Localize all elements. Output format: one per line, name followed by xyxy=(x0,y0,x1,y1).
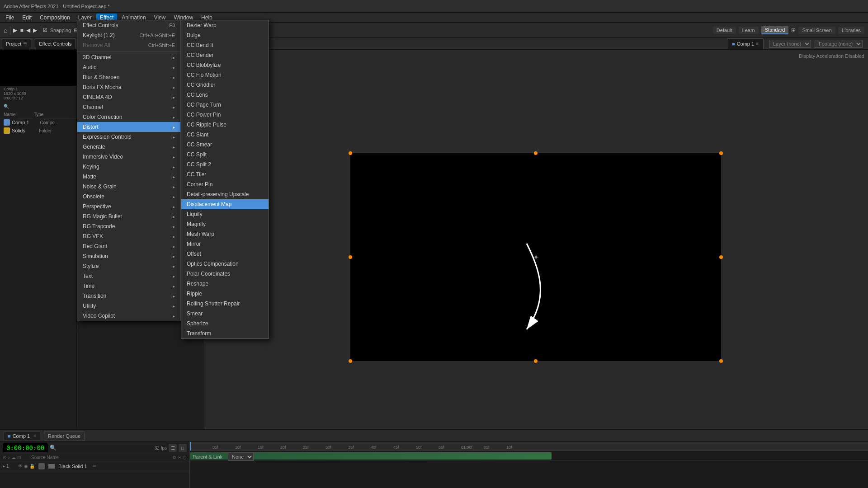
distort-cc-slant[interactable]: CC Slant xyxy=(181,130,269,140)
menu-stylize[interactable]: Stylize ▸ xyxy=(77,261,180,271)
distort-cc-griddler[interactable]: CC Griddler xyxy=(181,80,269,90)
ws-grid[interactable]: ⊞ xyxy=(791,27,796,33)
distort-ripple[interactable]: Ripple xyxy=(181,289,269,299)
menu-red-giant[interactable]: Red Giant ▸ xyxy=(77,241,180,251)
menu-composition[interactable]: Composition xyxy=(36,14,74,22)
home-icon[interactable]: ⌂ xyxy=(4,27,7,34)
step-fwd-btn[interactable]: ▶ xyxy=(33,27,37,33)
menu-keying[interactable]: Keying ▸ xyxy=(77,162,180,172)
menu-obsolete[interactable]: Obsolete ▸ xyxy=(77,192,180,202)
layer-dropdown[interactable]: Layer (none) xyxy=(769,40,811,48)
menu-cinema4d[interactable]: CINEMA 4D ▸ xyxy=(77,92,180,102)
tl-timecode[interactable]: 0:00:00:00 xyxy=(3,443,48,452)
menu-expression-controls[interactable]: Expression Controls ▸ xyxy=(77,132,180,142)
distort-mirror[interactable]: Mirror xyxy=(181,239,269,249)
distort-rolling-shutter-repair[interactable]: Rolling Shutter Repair xyxy=(181,299,269,309)
distort-optics-compensation[interactable]: Optics Compensation xyxy=(181,259,269,269)
tl-shy-btn[interactable]: □ xyxy=(179,444,187,452)
distort-cc-tiler[interactable]: CC Tiler xyxy=(181,169,269,179)
distort-offset[interactable]: Offset xyxy=(181,249,269,259)
distort-cc-bender[interactable]: CC Bender xyxy=(181,50,269,60)
menu-rg-magic-bullet[interactable]: RG Magic Bullet ▸ xyxy=(77,211,180,221)
parent-dropdown[interactable]: None xyxy=(228,453,254,461)
handle-tm[interactable] xyxy=(534,151,538,155)
layer-edit-icon[interactable]: ✏ xyxy=(93,464,96,469)
distort-cc-flo-motion[interactable]: CC Flo Motion xyxy=(181,70,269,80)
menu-color-correction[interactable]: Color Correction ▸ xyxy=(77,112,180,122)
menu-time[interactable]: Time ▸ xyxy=(77,281,180,291)
project-tab[interactable]: Project ☰ xyxy=(2,38,31,49)
distort-polar-coordinates[interactable]: Polar Coordinates xyxy=(181,269,269,279)
distort-detail-preserving[interactable]: Detail-preserving Upscale xyxy=(181,189,269,199)
distort-bulge[interactable]: Bulge xyxy=(181,30,269,40)
distort-corner-pin[interactable]: Corner Pin xyxy=(181,179,269,189)
ws-learn[interactable]: Learn xyxy=(739,27,759,34)
menu-3d-channel[interactable]: 3D Channel ▸ xyxy=(77,52,180,62)
project-item-solids[interactable]: Solids Folder xyxy=(0,127,76,135)
menu-blur-sharpen[interactable]: Blur & Sharpen ▸ xyxy=(77,72,180,82)
menu-generate[interactable]: Generate ▸ xyxy=(77,142,180,152)
distort-cc-ripple-pulse[interactable]: CC Ripple Pulse xyxy=(181,120,269,130)
step-back-btn[interactable]: ◀ xyxy=(26,27,30,33)
menu-perspective[interactable]: Perspective ▸ xyxy=(77,202,180,211)
snapping-checkbox[interactable]: ☑ xyxy=(43,27,47,33)
distort-cc-blobbylize[interactable]: CC Blobbylize xyxy=(181,60,269,70)
render-queue-tab[interactable]: Render Queue xyxy=(44,431,85,441)
distort-smear[interactable]: Smear xyxy=(181,309,269,319)
tl-tab-menu[interactable]: ≡ xyxy=(33,433,36,438)
distort-displacement-map[interactable]: Displacement Map xyxy=(181,199,269,209)
menu-utility[interactable]: Utility ▸ xyxy=(77,301,180,311)
distort-cc-split-2[interactable]: CC Split 2 xyxy=(181,160,269,169)
menu-edit[interactable]: Edit xyxy=(19,14,35,22)
effect-controls-tab[interactable]: Effect Controls xyxy=(35,38,75,49)
comp-viewer-tab[interactable]: ■ Comp 1 ≡ xyxy=(727,38,764,49)
menu-file[interactable]: File xyxy=(2,14,18,22)
footage-dropdown[interactable]: Footage (none) xyxy=(815,40,863,48)
distort-bezier-warp[interactable]: Bezier Warp xyxy=(181,20,269,30)
handle-br[interactable] xyxy=(719,359,723,363)
distort-cc-page-turn[interactable]: CC Page Turn xyxy=(181,100,269,110)
ws-default[interactable]: Default xyxy=(713,27,736,34)
distort-cc-smear[interactable]: CC Smear xyxy=(181,140,269,150)
layer-eye-icon[interactable]: 👁 xyxy=(18,464,23,469)
play-btn[interactable]: ▶ xyxy=(13,27,17,33)
playhead[interactable] xyxy=(190,442,191,450)
menu-audio[interactable]: Audio ▸ xyxy=(77,62,180,72)
layer-row-1[interactable]: ▸ 1 👁 ◉ 🔒 Black Solid 1 ✏ xyxy=(0,461,189,471)
handle-mr[interactable] xyxy=(719,255,723,259)
ws-libraries[interactable]: Libraries xyxy=(838,27,864,34)
distort-magnify[interactable]: Magnify xyxy=(181,219,269,229)
menu-simulation[interactable]: Simulation ▸ xyxy=(77,251,180,261)
handle-ml[interactable] xyxy=(349,255,352,259)
distort-mesh-warp[interactable]: Mesh Warp xyxy=(181,229,269,239)
project-item-comp1[interactable]: Comp 1 Compo... xyxy=(0,118,76,127)
menu-immersive[interactable]: Immersive Video ▸ xyxy=(77,152,180,162)
distort-spherize[interactable]: Spherize xyxy=(181,319,269,328)
menu-noise-grain[interactable]: Noise & Grain ▸ xyxy=(77,182,180,192)
distort-liquify[interactable]: Liquify xyxy=(181,209,269,219)
distort-cc-bend-it[interactable]: CC Bend It xyxy=(181,40,269,50)
layer-lock-icon[interactable]: 🔒 xyxy=(29,464,35,469)
distort-reshape[interactable]: Reshape xyxy=(181,279,269,289)
menu-channel[interactable]: Channel ▸ xyxy=(77,102,180,112)
handle-tl[interactable] xyxy=(349,151,352,155)
ws-standard[interactable]: Standard xyxy=(761,26,789,34)
layer-solo-icon[interactable]: ◉ xyxy=(24,464,28,469)
menu-keylight[interactable]: Keylight (1.2) Ctrl+Alt+Shift+E xyxy=(77,30,180,40)
menu-rg-trapcode[interactable]: RG Trapcode ▸ xyxy=(77,221,180,231)
tl-solo-btn[interactable]: ☰ xyxy=(169,444,177,452)
distort-cc-split[interactable]: CC Split xyxy=(181,150,269,160)
distort-cc-power-pin[interactable]: CC Power Pin xyxy=(181,110,269,120)
menu-video-copilot[interactable]: Video Copilot ▸ xyxy=(77,311,180,321)
handle-tr[interactable] xyxy=(719,151,723,155)
menu-distort[interactable]: Distort ▸ xyxy=(77,122,180,132)
stop-btn[interactable]: ■ xyxy=(20,27,23,33)
comp-timeline-tab[interactable]: ■ Comp 1 ≡ xyxy=(4,431,40,441)
menu-rg-vfx[interactable]: RG VFX ▸ xyxy=(77,231,180,241)
menu-transition[interactable]: Transition ▸ xyxy=(77,291,180,301)
handle-bm[interactable] xyxy=(534,359,538,363)
distort-transform[interactable]: Transform xyxy=(181,328,269,338)
distort-cc-lens[interactable]: CC Lens xyxy=(181,90,269,100)
ws-small-screen[interactable]: Small Screen xyxy=(798,27,835,34)
tl-search-icon[interactable]: 🔍 xyxy=(50,445,57,451)
